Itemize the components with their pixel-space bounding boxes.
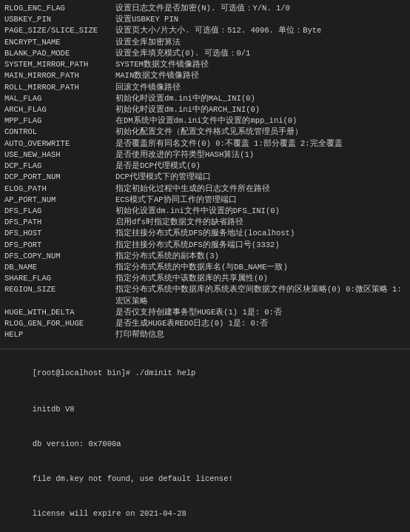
row-val: 指定分布式系统的副本数(3): [115, 251, 406, 262]
row-key: CONTROL: [4, 127, 115, 138]
row-val: 是否生成HUGE表REDO日志(0) 1是: 0:否: [115, 318, 406, 329]
row-key: DFS_HOST: [4, 228, 115, 239]
row-key: DFS_PORT: [4, 240, 115, 251]
row-key: DFS_COPY_NUM: [4, 251, 115, 262]
row-val: 指定分布式系统中该数据库的共享属性(0): [115, 273, 406, 284]
row-key: RLOG_ENC_FLAG: [4, 3, 115, 14]
table-row: AUTO_OVERWRITE是否覆盖所有同名文件(0) 0:不覆盖 1:部分覆盖…: [4, 138, 406, 149]
table-row: USE_NEW_HASH是否使用改进的字符类型HASH算法(1): [4, 149, 406, 161]
table-row: RLOG_ENC_FLAG设置日志文件是否加密(N). 可选值：Y/N. 1/0: [4, 3, 406, 14]
table-row: SYSTEM_MIRROR_PATHSYSTEM数据文件镜像路径: [4, 59, 406, 70]
table-row: ARCH_FLAG初始化时设置dm.ini中的ARCH_INI(0): [4, 104, 406, 115]
table-row: DB_NAME指定分布式系统的中数据库名(与DB_NAME一致): [4, 262, 406, 273]
row-val: 指定分布式系统中数据库的系统表空间数据文件的区块策略(0) 0:微区策略 1:宏…: [115, 284, 406, 306]
row-key: RLOG_GEN_FOR_HUGE: [4, 318, 115, 329]
table-row: DCP_FLAG是否是DCP代理模式(0): [4, 161, 406, 172]
row-val: 打印帮助信息: [115, 329, 406, 340]
row-key: ARCH_FLAG: [4, 104, 115, 115]
table-row: HELP打印帮助信息: [4, 329, 406, 340]
table-row: ELOG_PATH指定初始化过程中生成的日志文件所在路径: [4, 183, 406, 195]
row-key: HUGE_WITH_DELTA: [4, 307, 115, 318]
row-val: MAIN数据文件镜像路径: [115, 70, 406, 81]
row-key: AP_PORT_NUM: [4, 195, 115, 206]
row-val: 设置全库填充模式(0). 可选值：0/1: [115, 48, 406, 59]
table-row: MAIN_MIRROR_PATHMAIN数据文件镜像路径: [4, 70, 406, 81]
row-key: ELOG_PATH: [4, 183, 115, 195]
row-val: DCP代理模式下的管理端口: [115, 172, 406, 183]
row-val: 回滚文件镜像路径: [115, 82, 406, 93]
table-row: AP_PORT_NUMECS模式下AP协同工作的管理端口: [4, 195, 406, 206]
row-key: MAL_FLAG: [4, 93, 115, 104]
row-key: USBKEY_PIN: [4, 14, 115, 25]
table-row: DFS_PATH启用dfs时指定数据文件的缺省路径: [4, 217, 406, 228]
key-line: file dm.key not found, use default licen…: [4, 462, 406, 496]
initdb-line: initdb V8: [4, 392, 406, 427]
row-key: SYSTEM_MIRROR_PATH: [4, 59, 115, 70]
row-val: 指定初始化过程中生成的日志文件所在路径: [115, 183, 406, 195]
table-row: REGION_SIZE指定分布式系统中数据库的系统表空间数据文件的区块策略(0)…: [4, 284, 406, 306]
row-key: ENCRYPT_NAME: [4, 37, 115, 48]
top-table: RLOG_ENC_FLAG设置日志文件是否加密(N). 可选值：Y/N. 1/0…: [4, 3, 406, 341]
table-row: USBKEY_PIN设置USBKEY PIN: [4, 14, 406, 25]
terminal-window: RLOG_ENC_FLAG设置日志文件是否加密(N). 可选值：Y/N. 1/0…: [0, 0, 410, 532]
prompt-line: [root@localhost bin]# ./dminit help: [4, 355, 406, 392]
row-val: SYSTEM数据文件镜像路径: [115, 59, 406, 70]
row-key: SHARE_FLAG: [4, 273, 115, 284]
top-section: RLOG_ENC_FLAG设置日志文件是否加密(N). 可选值：Y/N. 1/0…: [0, 0, 410, 346]
row-val: 在DM系统中设置dm.ini文件中设置的mpp_ini(0): [115, 115, 406, 127]
row-val: 设置日志文件是否加密(N). 可选值：Y/N. 1/0: [115, 3, 406, 14]
row-val: 指定分布式系统的中数据库名(与DB_NAME一致): [115, 262, 406, 273]
table-row: BLANK_PAD_MODE设置全库填充模式(0). 可选值：0/1: [4, 48, 406, 59]
table-row: DFS_PORT指定挂接分布式系统DFS的服务端口号(3332): [4, 240, 406, 251]
row-key: MAIN_MIRROR_PATH: [4, 70, 115, 81]
row-key: DB_NAME: [4, 262, 115, 273]
table-row: DCP_PORT_NUMDCP代理模式下的管理端口: [4, 172, 406, 183]
table-row: HUGE_WITH_DELTA是否仅支持创建事务型HUGE表(1) 1是: 0:…: [4, 307, 406, 318]
table-row: MAL_FLAG初始化时设置dm.ini中的MAL_INI(0): [4, 93, 406, 104]
table-row: ROLL_MIRROR_PATH回滚文件镜像路径: [4, 82, 406, 93]
row-val: 是否覆盖所有同名文件(0) 0:不覆盖 1:部分覆盖 2:完全覆盖: [115, 138, 406, 149]
row-val: 初始化时设置dm.ini中的MAL_INI(0): [115, 93, 406, 104]
table-row: CONTROL初始化配置文件（配置文件格式见系统管理员手册）: [4, 127, 406, 138]
row-key: PAGE_SIZE/SLICE_SIZE: [4, 25, 115, 36]
row-key: DCP_PORT_NUM: [4, 172, 115, 183]
row-key: AUTO_OVERWRITE: [4, 138, 115, 149]
row-val: 设置全库加密算法: [115, 37, 406, 48]
row-key: DCP_FLAG: [4, 161, 115, 172]
row-key: ROLL_MIRROR_PATH: [4, 82, 115, 93]
table-row: ENCRYPT_NAME设置全库加密算法: [4, 37, 406, 48]
bottom-section: [root@localhost bin]# ./dminit help init…: [0, 352, 410, 532]
prompt-text: [root@localhost bin]# ./dminit help: [33, 368, 196, 377]
row-key: DFS_PATH: [4, 217, 115, 228]
row-val: 指定挂接分布式系统DFS的服务端口号(3332): [115, 240, 406, 251]
table-row: SHARE_FLAG指定分布式系统中该数据库的共享属性(0): [4, 273, 406, 284]
row-val: ECS模式下AP协同工作的管理端口: [115, 195, 406, 206]
table-row: DFS_HOST指定挂接分布式系统DFS的服务地址(localhost): [4, 228, 406, 239]
table-row: DFS_COPY_NUM指定分布式系统的副本数(3): [4, 251, 406, 262]
row-key: MPP_FLAG: [4, 115, 115, 127]
db-version-line: db version: 0x7000a: [4, 427, 406, 462]
row-val: 是否仅支持创建事务型HUGE表(1) 1是: 0:否: [115, 307, 406, 318]
row-key: DFS_FLAG: [4, 206, 115, 217]
table-row: DFS_FLAG初始化设置dm.ini文件中设置的DFS_INI(0): [4, 206, 406, 217]
row-val: 初始化配置文件（配置文件格式见系统管理员手册）: [115, 127, 406, 138]
row-key: HELP: [4, 329, 115, 340]
row-val: 设置USBKEY PIN: [115, 14, 406, 25]
table-row: PAGE_SIZE/SLICE_SIZE设置页大小/片大小. 可选值：512. …: [4, 25, 406, 36]
row-val: 设置页大小/片大小. 可选值：512. 4096. 单位：Byte: [115, 25, 406, 36]
table-row: MPP_FLAG在DM系统中设置dm.ini文件中设置的mpp_ini(0): [4, 115, 406, 127]
row-key: USE_NEW_HASH: [4, 149, 115, 161]
row-val: 是否是DCP代理模式(0): [115, 161, 406, 172]
row-val: 指定挂接分布式系统DFS的服务地址(localhost): [115, 228, 406, 239]
row-val: 初始化时设置dm.ini中的ARCH_INI(0): [115, 104, 406, 115]
table-row: RLOG_GEN_FOR_HUGE是否生成HUGE表REDO日志(0) 1是: …: [4, 318, 406, 329]
row-key: REGION_SIZE: [4, 284, 115, 306]
row-val: 是否使用改进的字符类型HASH算法(1): [115, 149, 406, 161]
license-line: license will expire on 2021-04-28: [4, 497, 406, 532]
row-val: 启用dfs时指定数据文件的缺省路径: [115, 217, 406, 228]
row-key: BLANK_PAD_MODE: [4, 48, 115, 59]
row-val: 初始化设置dm.ini文件中设置的DFS_INI(0): [115, 206, 406, 217]
